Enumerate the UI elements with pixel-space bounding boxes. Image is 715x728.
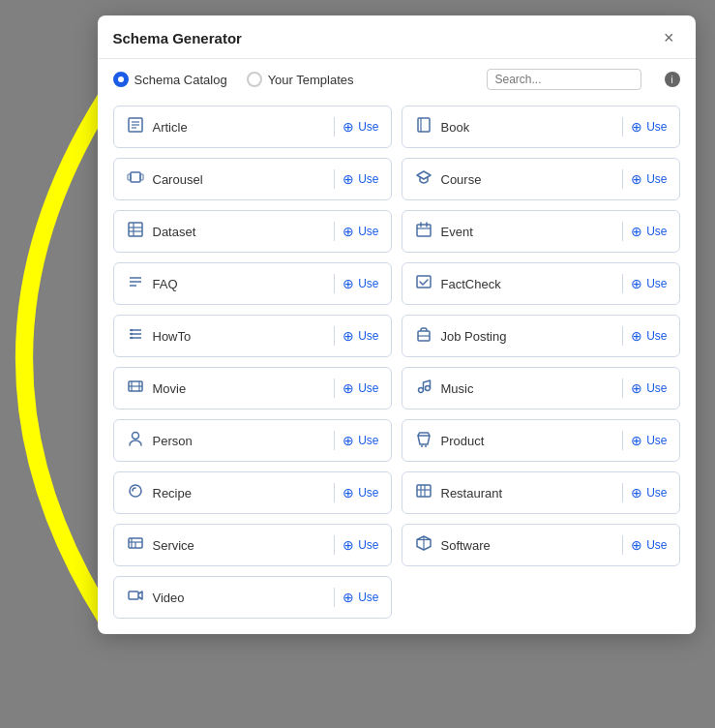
use-button-article[interactable]: ⊕ Use <box>343 120 378 134</box>
use-button-faq[interactable]: ⊕ Use <box>343 277 378 290</box>
divider-faq <box>334 274 335 293</box>
item-right-article: ⊕ Use <box>326 117 378 136</box>
use-plus-icon-howto: ⊕ <box>343 329 354 343</box>
search-input[interactable] <box>495 73 633 86</box>
item-left-howto: HowTo <box>126 325 192 347</box>
tab-your-templates[interactable]: Your Templates <box>247 72 354 87</box>
item-right-service: ⊕ Use <box>326 535 378 555</box>
schema-item-movie[interactable]: Movie ⊕ Use <box>113 367 392 410</box>
svg-point-35 <box>132 433 138 440</box>
divider-howto <box>334 326 335 346</box>
schema-item-article[interactable]: Article ⊕ Use <box>113 106 392 148</box>
video-icon <box>126 587 145 608</box>
schema-item-music[interactable]: Music ⊕ Use <box>402 367 680 410</box>
item-label-music: Music <box>441 381 474 396</box>
schema-item-factcheck[interactable]: FactCheck ⊕ Use <box>402 262 680 305</box>
divider-course <box>622 169 623 189</box>
dataset-icon <box>126 221 145 242</box>
use-label-book: Use <box>646 120 667 134</box>
use-button-service[interactable]: ⊕ Use <box>343 538 378 552</box>
item-left-restaurant: Restaurant <box>414 482 503 503</box>
schema-item-jobposting[interactable]: Job Posting ⊕ Use <box>402 315 680 357</box>
use-button-carousel[interactable]: ⊕ Use <box>343 172 378 186</box>
item-right-restaurant: ⊕ Use <box>614 483 667 502</box>
use-plus-icon-service: ⊕ <box>343 538 354 552</box>
item-left-article: Article <box>126 116 188 137</box>
howto-icon <box>126 325 145 347</box>
svg-rect-8 <box>140 174 143 180</box>
item-left-software: Software <box>414 534 491 556</box>
tabs-bar: Schema Catalog Your Templates i <box>98 59 696 98</box>
item-label-factcheck: FactCheck <box>441 277 501 291</box>
schema-item-book[interactable]: Book ⊕ Use <box>402 106 680 148</box>
svg-rect-7 <box>128 174 131 180</box>
use-button-software[interactable]: ⊕ Use <box>631 538 667 552</box>
search-wrap <box>487 69 641 90</box>
modal-title: Schema Generator <box>113 30 242 46</box>
use-button-event[interactable]: ⊕ Use <box>631 225 667 238</box>
use-plus-icon-dataset: ⊕ <box>343 225 354 238</box>
use-plus-icon-music: ⊕ <box>631 381 642 395</box>
schema-item-recipe[interactable]: Recipe ⊕ Use <box>113 471 392 514</box>
schema-item-restaurant[interactable]: Restaurant ⊕ Use <box>402 471 680 514</box>
schema-item-faq[interactable]: FAQ ⊕ Use <box>113 262 392 305</box>
use-plus-icon-article: ⊕ <box>343 120 354 134</box>
use-button-person[interactable]: ⊕ Use <box>343 434 378 447</box>
schema-item-event[interactable]: Event ⊕ Use <box>402 210 680 253</box>
item-right-book: ⊕ Use <box>614 117 667 136</box>
use-button-howto[interactable]: ⊕ Use <box>343 329 378 343</box>
use-plus-icon-book: ⊕ <box>631 120 642 134</box>
use-plus-icon-video: ⊕ <box>343 591 354 604</box>
schema-grid: Article ⊕ Use Book ⊕ Use Carousel <box>113 106 680 619</box>
schema-item-dataset[interactable]: Dataset ⊕ Use <box>113 210 392 253</box>
item-left-movie: Movie <box>126 378 187 399</box>
use-button-course[interactable]: ⊕ Use <box>631 172 667 186</box>
use-button-video[interactable]: ⊕ Use <box>343 591 378 604</box>
schema-item-person[interactable]: Person ⊕ Use <box>113 419 392 462</box>
item-label-service: Service <box>153 538 194 553</box>
schema-item-course[interactable]: Course ⊕ Use <box>402 158 680 200</box>
use-plus-icon-jobposting: ⊕ <box>631 329 642 343</box>
use-button-dataset[interactable]: ⊕ Use <box>343 225 378 238</box>
item-right-video: ⊕ Use <box>326 588 378 607</box>
divider-recipe <box>334 483 335 502</box>
item-right-jobposting: ⊕ Use <box>614 326 667 346</box>
use-button-factcheck[interactable]: ⊕ Use <box>631 277 667 290</box>
item-right-faq: ⊕ Use <box>326 274 378 293</box>
schema-item-product[interactable]: Product ⊕ Use <box>402 419 680 462</box>
use-label-howto: Use <box>358 329 378 343</box>
use-button-book[interactable]: ⊕ Use <box>631 120 667 134</box>
use-label-faq: Use <box>358 277 378 290</box>
use-plus-icon-restaurant: ⊕ <box>631 486 642 500</box>
use-plus-icon-recipe: ⊕ <box>343 486 354 500</box>
tab-schema-catalog[interactable]: Schema Catalog <box>113 72 227 87</box>
use-button-jobposting[interactable]: ⊕ Use <box>631 329 667 343</box>
use-plus-icon-factcheck: ⊕ <box>631 277 642 290</box>
item-left-factcheck: FactCheck <box>414 273 501 294</box>
schema-item-carousel[interactable]: Carousel ⊕ Use <box>113 158 392 200</box>
use-button-product[interactable]: ⊕ Use <box>631 434 667 447</box>
schema-item-video[interactable]: Video ⊕ Use <box>113 576 392 619</box>
use-button-restaurant[interactable]: ⊕ Use <box>631 486 667 500</box>
event-icon <box>414 221 433 242</box>
divider-software <box>622 535 623 555</box>
carousel-icon <box>126 168 145 190</box>
course-icon <box>414 168 433 190</box>
use-button-music[interactable]: ⊕ Use <box>631 381 667 395</box>
item-label-faq: FAQ <box>153 277 178 291</box>
schema-item-software[interactable]: Software ⊕ Use <box>402 524 680 566</box>
item-label-course: Course <box>441 172 482 187</box>
schema-item-howto[interactable]: HowTo ⊕ Use <box>113 315 392 357</box>
use-label-course: Use <box>646 172 667 186</box>
use-button-movie[interactable]: ⊕ Use <box>343 381 378 395</box>
divider-article <box>334 117 335 136</box>
divider-service <box>334 535 335 555</box>
schema-item-service[interactable]: Service ⊕ Use <box>113 524 392 566</box>
svg-rect-39 <box>417 485 431 497</box>
item-left-faq: FAQ <box>126 273 178 294</box>
item-left-recipe: Recipe <box>126 482 192 503</box>
use-label-product: Use <box>646 434 667 447</box>
use-button-recipe[interactable]: ⊕ Use <box>343 486 378 500</box>
close-button[interactable]: × <box>658 27 680 48</box>
use-label-software: Use <box>646 538 667 552</box>
